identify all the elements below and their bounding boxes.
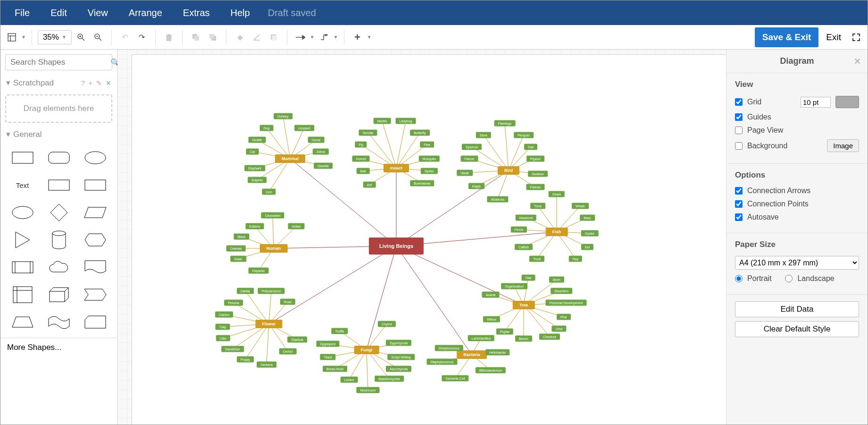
diagram-node[interactable]: Bumblebee	[410, 180, 434, 187]
help-icon[interactable]: ?	[81, 79, 85, 87]
shape-rectangle[interactable]	[6, 146, 39, 170]
close-icon[interactable]: ✕	[854, 56, 861, 67]
diagram-node[interactable]: Bifidobacterium	[476, 367, 506, 374]
diagram-node[interactable]: Trout	[529, 256, 544, 262]
diagram-node[interactable]: Catfish	[515, 244, 533, 250]
redo-button[interactable]: ↷	[134, 30, 150, 45]
diagram-node[interactable]: Eagle	[468, 183, 484, 189]
diagram-node[interactable]: Fish	[546, 228, 568, 236]
view-mode-button[interactable]	[4, 30, 19, 45]
diagram-node[interactable]: Flamingo	[494, 120, 516, 127]
diagram-node[interactable]: Zebra	[313, 149, 329, 155]
diagram-node[interactable]: Tulip	[216, 324, 230, 330]
diagram-node[interactable]: Poppy	[237, 357, 254, 363]
delete-button[interactable]	[161, 30, 176, 45]
more-shapes-button[interactable]: More Shapes...	[0, 338, 117, 357]
diagram-node[interactable]: Perch	[511, 227, 527, 233]
diagram-node[interactable]: Poplar	[496, 329, 513, 335]
fill-button[interactable]	[232, 30, 247, 45]
zoom-out-button[interactable]	[91, 30, 106, 45]
diagram-node[interactable]: Whale	[572, 203, 589, 209]
diagram-node[interactable]: Insect	[384, 164, 409, 172]
diagram-node[interactable]: Dandelion	[221, 346, 244, 352]
conn-points-checkbox[interactable]	[735, 200, 743, 208]
diagram-node[interactable]: Willow	[483, 316, 500, 323]
diagram-node[interactable]: Chytrid	[378, 321, 396, 327]
shape-parallelogram[interactable]	[79, 201, 111, 224]
save-exit-button[interactable]: Save & Exit	[755, 27, 819, 47]
connection-button[interactable]	[293, 30, 308, 45]
diagram-node[interactable]: Hawk	[457, 170, 473, 176]
diagram-node[interactable]: Penguin	[514, 132, 534, 138]
diagram-node[interactable]: Acacia	[482, 292, 499, 298]
fullscreen-button[interactable]	[849, 30, 864, 45]
landscape-radio[interactable]	[785, 275, 793, 282]
shape-internal-storage[interactable]	[6, 283, 39, 306]
diagram-node[interactable]: Cactus	[215, 312, 233, 318]
diagram-node[interactable]: Birch	[549, 277, 564, 283]
diagram-node[interactable]: Zygospore	[316, 341, 339, 347]
background-checkbox[interactable]	[735, 142, 743, 150]
diagram-node[interactable]: Ant	[363, 182, 376, 188]
diagram-node[interactable]: Pigeon	[526, 156, 544, 162]
shape-step[interactable]	[79, 283, 111, 306]
diagram-node[interactable]: Eel	[581, 244, 593, 250]
diagram-node[interactable]: Bird	[498, 166, 519, 175]
diagram-node[interactable]: Fly	[355, 142, 367, 148]
menu-arrange[interactable]: Arrange	[118, 8, 173, 18]
shadow-button[interactable]	[266, 30, 281, 45]
diagram-node[interactable]: Dog	[260, 125, 274, 131]
diagram-node[interactable]: Bee	[357, 168, 370, 174]
diagram-node[interactable]: Oyster	[581, 230, 599, 237]
portrait-radio[interactable]	[735, 275, 743, 282]
zoom-in-button[interactable]	[74, 30, 89, 45]
diagram-node[interactable]: Mammal	[275, 154, 305, 163]
diagram-node[interactable]: Lichen	[341, 377, 358, 383]
zoom-select[interactable]: 35%▼	[38, 30, 72, 44]
scratchpad-header[interactable]: ▾Scratchpad ?+✎✕	[0, 75, 117, 91]
diagram-node[interactable]: Mushroom	[356, 387, 379, 393]
guides-checkbox[interactable]	[735, 113, 743, 121]
edit-icon[interactable]: ✎	[96, 79, 102, 87]
shape-cube[interactable]	[42, 283, 75, 306]
diagram-node[interactable]: Lilac	[216, 335, 230, 341]
diagram-node[interactable]: Butterfly	[410, 130, 430, 136]
shape-text[interactable]: Text	[6, 173, 39, 197]
shape-ellipse[interactable]	[79, 146, 111, 170]
shape-tape[interactable]	[42, 310, 75, 334]
diagram-node[interactable]: Dahlia	[237, 288, 254, 294]
diagram-node[interactable]: Truffle	[331, 328, 348, 334]
diagram-node[interactable]: Albatross	[487, 196, 508, 203]
diagram-node[interactable]: Bread Mold	[323, 366, 347, 372]
diagram-node[interactable]: Pine	[557, 314, 571, 320]
diagram-node[interactable]: Black	[234, 234, 249, 240]
paper-size-select[interactable]: A4 (210 mm x 297 mm)	[735, 256, 859, 270]
diagram-node[interactable]: Ascomycota	[386, 366, 411, 372]
close-icon[interactable]: ✕	[106, 79, 111, 87]
diagram-node[interactable]: Indian	[288, 223, 304, 230]
search-shapes-input[interactable]: 🔍	[5, 54, 112, 70]
shape-trapezoid[interactable]	[6, 310, 39, 334]
general-header[interactable]: ▾General	[0, 127, 117, 142]
shape-cylinder[interactable]	[42, 228, 75, 252]
diagram-node[interactable]: Stork	[476, 132, 491, 138]
waypoints-button[interactable]	[317, 30, 332, 45]
diagram-node[interactable]: Hornet	[352, 156, 369, 162]
diagram-node[interactable]: Pelican	[526, 184, 545, 190]
diagram-node[interactable]: Tuna	[530, 203, 545, 209]
shape-rounded-rect[interactable]	[42, 146, 75, 170]
diagram-node[interactable]: Sparrow	[462, 144, 482, 150]
undo-button[interactable]: ↶	[117, 30, 133, 45]
stroke-button[interactable]	[249, 30, 264, 45]
shape-card[interactable]	[79, 310, 111, 334]
diagram-node[interactable]: Hispanic	[249, 268, 269, 274]
diagram-node[interactable]: Bacteria	[457, 350, 487, 359]
diagram-node[interactable]: Termite	[359, 130, 377, 136]
grid-color-input[interactable]	[835, 96, 859, 108]
pageview-checkbox[interactable]	[735, 127, 743, 134]
shape-triangle[interactable]	[6, 228, 39, 252]
diagram-node[interactable]: Gerbera	[257, 362, 276, 368]
diagram-node[interactable]: Escheria Coli	[442, 375, 468, 382]
add-icon[interactable]: +	[89, 79, 92, 87]
autosave-checkbox[interactable]	[735, 213, 743, 221]
